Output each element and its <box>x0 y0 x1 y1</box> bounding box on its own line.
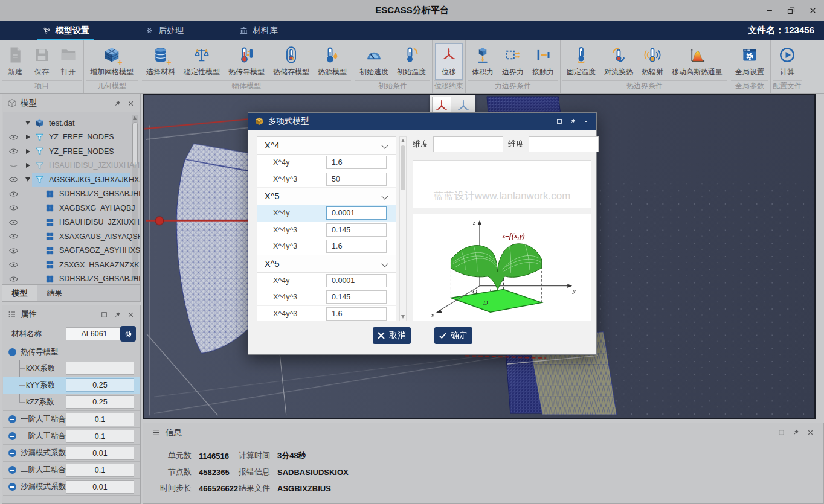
collapse-icon[interactable] <box>25 121 30 125</box>
tab-model[interactable]: 模型 <box>2 285 37 301</box>
term-value-input[interactable] <box>326 173 387 186</box>
eye-icon[interactable] <box>8 146 19 156</box>
eye-icon[interactable] <box>8 174 19 185</box>
term-value-input[interactable] <box>326 274 387 287</box>
open-button[interactable]: 打开 <box>55 44 82 79</box>
eye-icon[interactable] <box>8 274 19 284</box>
tree-item[interactable]: YZ_FREE_NODES <box>3 144 140 159</box>
tree-item-hidden[interactable]: HSAUHDISU_JZXIUXHAHX <box>3 159 140 173</box>
kyy-row-selected[interactable]: kYY系数 <box>3 377 140 394</box>
pin-icon[interactable] <box>112 98 122 108</box>
volume-force-button[interactable]: 体积力 <box>468 44 498 79</box>
hourglass-mode-row[interactable]: 沙漏模式系数 <box>3 444 140 461</box>
expand-icon[interactable] <box>26 163 30 168</box>
property-input[interactable] <box>66 447 134 460</box>
confirm-button[interactable]: 确定 <box>434 327 472 344</box>
collapse-bullet-icon[interactable] <box>8 415 16 423</box>
tree-item[interactable]: YZ_FREE_NODES <box>3 130 140 145</box>
scrollbar-thumb[interactable] <box>401 145 405 190</box>
pin-icon[interactable] <box>112 310 122 319</box>
term-value-input[interactable] <box>326 290 387 304</box>
dialog-close-icon[interactable] <box>581 117 590 126</box>
eye-icon[interactable] <box>8 231 19 241</box>
tree-item[interactable]: SDHSBJZS_GHSABJHB_ZAHU <box>3 272 140 284</box>
close-panel-icon[interactable] <box>126 310 135 319</box>
collapse-bullet-icon[interactable] <box>8 466 16 474</box>
collapse-bullet-icon[interactable] <box>8 483 16 491</box>
tree-item[interactable]: HSAUHDISU_JZXIUXHAHX <box>3 215 140 230</box>
select-material-button[interactable]: + 选择材料 <box>142 44 179 79</box>
tree-item[interactable]: XSAXGAUS_AISYAQSH_ASHX <box>3 229 140 244</box>
tree-item-root[interactable]: test.dat <box>3 116 140 130</box>
term-value-input[interactable] <box>326 156 387 169</box>
compute-button[interactable]: 计算 <box>774 44 800 79</box>
tree-item[interactable]: ZSXGX_HSAKAZNZXK_AHASX <box>3 258 140 272</box>
heat-conduction-section-row[interactable]: 热传导模型 <box>3 344 140 360</box>
minimize-button[interactable] <box>762 4 776 17</box>
contact-force-button[interactable]: 接触力 <box>528 44 558 79</box>
collapse-bullet-icon[interactable] <box>8 449 16 457</box>
section-header[interactable]: X^5 <box>257 255 396 273</box>
tab-model-settings[interactable]: 模型设置 <box>29 21 103 40</box>
property-input[interactable] <box>66 430 134 443</box>
displacement-button[interactable]: 位移 <box>436 44 462 79</box>
term-value-input[interactable] <box>326 223 387 237</box>
dialog-pin-icon[interactable] <box>568 117 577 126</box>
kzz-input[interactable] <box>66 395 134 409</box>
collapse-icon[interactable] <box>25 177 30 182</box>
term-value-input[interactable] <box>326 206 387 220</box>
tree-item[interactable]: SAGFASGZ_ASYHHXSN <box>3 244 140 258</box>
second-order-viscosity-row[interactable]: 二阶人工粘合性 <box>3 427 140 444</box>
second-order-viscosity-row-2[interactable]: 二阶人工粘合性 <box>3 461 140 478</box>
dialog-title-bar[interactable]: 多项式模型 <box>248 113 596 130</box>
first-order-viscosity-row[interactable]: 一阶人工粘合性 <box>3 410 140 427</box>
property-input[interactable] <box>66 464 134 477</box>
scroll-down-icon[interactable] <box>401 315 405 319</box>
material-gear-button[interactable] <box>120 326 136 342</box>
tab-post-processing[interactable]: 后处理 <box>132 21 197 40</box>
red-probe-sphere[interactable] <box>155 217 164 225</box>
kyy-input[interactable] <box>66 378 134 392</box>
eye-icon[interactable] <box>8 260 19 270</box>
scroll-up-icon[interactable] <box>401 139 405 142</box>
eye-closed-icon[interactable] <box>8 161 19 171</box>
kxx-row[interactable]: kXX系数 <box>3 360 140 377</box>
thermal-radiation-button[interactable]: 热辐射 <box>637 44 668 79</box>
heat-conduction-model-button[interactable]: 热传导模型 <box>224 44 269 79</box>
boundary-force-button[interactable]: 边界力 <box>498 44 528 79</box>
global-settings-button[interactable]: 全局设置 <box>731 44 768 79</box>
tree-item-selected[interactable]: AGSGKJKG_GJHXAJKHXA <box>3 173 140 187</box>
initial-temperature-button[interactable]: 初始温度 <box>393 44 430 79</box>
cancel-button[interactable]: 取消 <box>373 327 411 344</box>
collapse-bullet-icon[interactable] <box>8 432 16 440</box>
maximize-panel-icon[interactable] <box>99 310 109 319</box>
eye-icon[interactable] <box>8 246 19 256</box>
stability-model-button[interactable]: 稳定性模型 <box>179 44 224 79</box>
restore-button[interactable] <box>784 4 797 17</box>
close-panel-icon[interactable] <box>805 428 815 438</box>
pin-icon[interactable] <box>791 428 800 438</box>
property-input[interactable] <box>66 480 134 494</box>
dimension-input-2[interactable] <box>529 136 599 152</box>
hourglass-mode-row-2[interactable]: 沙漏模式系数 <box>3 478 140 495</box>
eye-icon[interactable] <box>8 132 19 142</box>
maximize-panel-icon[interactable] <box>776 428 786 438</box>
eye-icon[interactable] <box>8 189 19 199</box>
eye-icon[interactable] <box>8 203 19 213</box>
tree-item[interactable]: SDHSBJZS_GHSABJHB_ZAHU <box>3 187 140 202</box>
section-header[interactable]: X^4 <box>257 137 396 155</box>
term-value-input[interactable] <box>326 240 387 253</box>
section-header[interactable]: X^5 <box>257 188 396 205</box>
initial-velocity-button[interactable]: 初始速度 <box>355 44 393 79</box>
heat-storage-model-button[interactable]: 热储存模型 <box>269 44 314 79</box>
expand-icon[interactable] <box>26 135 30 139</box>
scroll-up-icon[interactable] <box>133 116 137 120</box>
material-name-input[interactable] <box>66 327 123 340</box>
convection-button[interactable]: 对流换热 <box>600 44 637 79</box>
tab-material-library[interactable]: 材料库 <box>226 21 291 40</box>
eye-icon[interactable] <box>8 217 19 228</box>
property-input[interactable] <box>66 413 134 426</box>
tree-item[interactable]: XAGBSXG_AYHAQBJ <box>3 201 140 215</box>
term-value-input[interactable] <box>326 307 387 321</box>
dimension-input-1[interactable] <box>433 136 503 152</box>
